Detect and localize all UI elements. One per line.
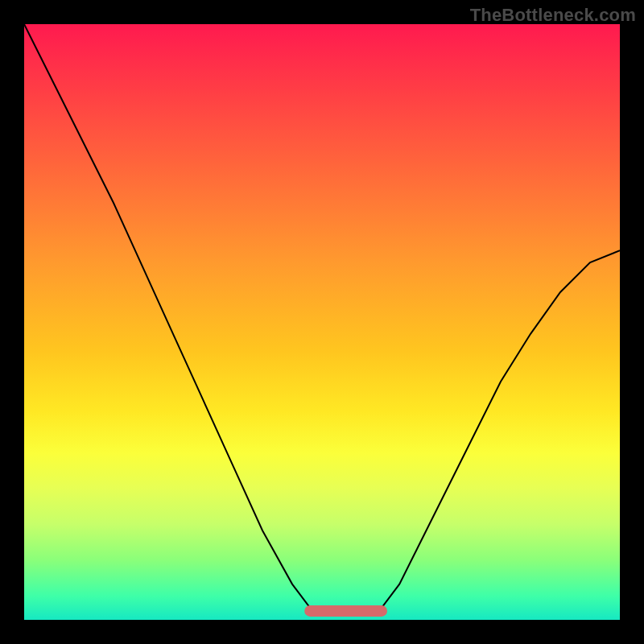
chart-frame: TheBottleneck.com [0, 0, 644, 644]
curve-svg [24, 24, 620, 620]
watermark-text: TheBottleneck.com [470, 5, 636, 26]
bottleneck-curve-line [24, 24, 620, 614]
plot-area [24, 24, 620, 620]
